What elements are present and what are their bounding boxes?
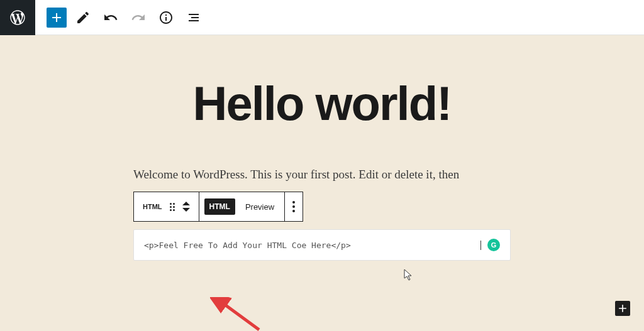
svg-point-2: [292, 210, 295, 212]
plus-icon: [616, 302, 629, 315]
post-title[interactable]: Hello world!: [133, 76, 511, 131]
wp-logo-button[interactable]: [0, 0, 35, 35]
intro-paragraph[interactable]: Welcome to WordPress. This is your first…: [133, 165, 511, 184]
svg-point-1: [292, 205, 295, 208]
html-mode-button[interactable]: HTML: [204, 198, 235, 215]
plus-icon: [49, 10, 64, 25]
svg-line-3: [221, 302, 259, 330]
toolbar-group-left: [35, 6, 205, 29]
add-block-button[interactable]: [47, 8, 67, 28]
block-movers[interactable]: [179, 200, 194, 213]
cursor-icon: [404, 269, 414, 281]
undo-button[interactable]: [99, 6, 122, 29]
edit-mode-button[interactable]: [72, 6, 94, 29]
outline-button[interactable]: [182, 6, 205, 29]
wordpress-icon: [9, 9, 26, 26]
editor-top-toolbar: [0, 0, 644, 35]
block-toolbar: HTML HTML Preview: [133, 192, 303, 222]
block-type-label[interactable]: HTML: [139, 203, 166, 210]
html-preview-segment: HTML Preview: [199, 192, 286, 221]
redo-button[interactable]: [127, 6, 150, 29]
undo-icon: [103, 10, 118, 25]
floating-add-button[interactable]: [615, 301, 630, 316]
chevron-down-icon: [181, 207, 191, 213]
content-area: Hello world! Welcome to WordPress. This …: [127, 76, 517, 261]
svg-point-0: [292, 201, 295, 203]
editor-canvas: Hello world! Welcome to WordPress. This …: [0, 35, 644, 331]
annotation-arrow-icon: [210, 297, 267, 331]
details-button[interactable]: [155, 6, 177, 29]
drag-handle-icon[interactable]: [166, 203, 179, 211]
preview-mode-button[interactable]: Preview: [240, 202, 279, 212]
more-vertical-icon: [292, 201, 295, 212]
block-type-segment: HTML: [134, 192, 199, 221]
redo-icon: [131, 10, 146, 25]
html-code-input[interactable]: <p>Feel Free To Add Your HTML Coe Here</…: [144, 241, 481, 250]
info-icon: [158, 10, 174, 25]
custom-html-block[interactable]: <p>Feel Free To Add Your HTML Coe Here</…: [133, 229, 511, 261]
pencil-icon: [75, 10, 91, 25]
more-options-button[interactable]: [285, 192, 303, 221]
outline-icon: [186, 10, 201, 25]
chevron-up-icon: [181, 200, 191, 207]
grammarly-icon[interactable]: G: [487, 239, 500, 251]
